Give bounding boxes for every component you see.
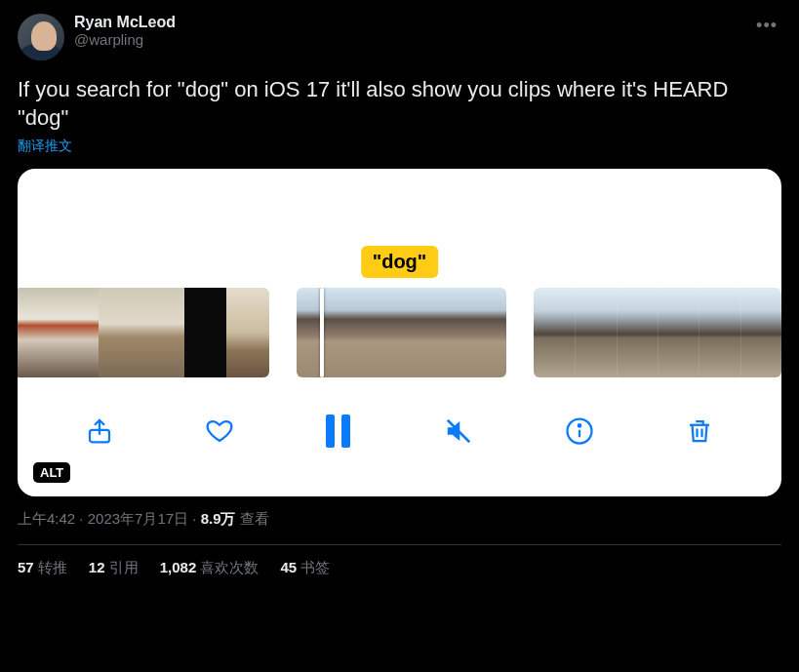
author-identity: Ryan McLeod @warpling <box>74 14 752 48</box>
search-term-pill: "dog" <box>361 246 439 278</box>
view-label: 查看 <box>236 510 269 527</box>
pause-icon[interactable] <box>326 415 353 448</box>
mute-icon[interactable] <box>444 416 473 446</box>
share-icon[interactable] <box>85 416 114 446</box>
timeline-frame <box>575 288 616 377</box>
bookmarks-stat[interactable]: 45 书签 <box>280 559 330 577</box>
timeline-frame <box>184 288 227 377</box>
timeline-frame <box>226 288 269 377</box>
attached-media[interactable]: "dog" <box>18 169 781 496</box>
timeline-frame <box>297 288 367 377</box>
retweets-stat[interactable]: 57 转推 <box>18 559 67 577</box>
trash-icon[interactable] <box>685 416 714 446</box>
video-timeline[interactable] <box>18 264 781 385</box>
author-display-name[interactable]: Ryan McLeod <box>74 14 752 31</box>
timeline-frame <box>57 288 100 377</box>
quotes-stat[interactable]: 12 引用 <box>89 559 139 577</box>
author-handle[interactable]: @warpling <box>74 31 752 48</box>
translate-link[interactable]: 翻译推文 <box>18 138 781 155</box>
timeline-frame <box>367 288 437 377</box>
svg-point-4 <box>579 424 581 427</box>
heart-icon[interactable] <box>205 416 234 446</box>
timeline-frame <box>18 288 57 377</box>
playhead[interactable] <box>320 288 324 377</box>
timeline-frame <box>740 288 781 377</box>
tweet-container: Ryan McLeod @warpling ••• If you search … <box>0 0 799 577</box>
media-toolbar <box>18 385 781 471</box>
tweet-text: If you search for "dog" on iOS 17 it'll … <box>18 76 781 132</box>
alt-badge[interactable]: ALT <box>33 462 70 483</box>
timeline-frame <box>534 288 575 377</box>
timeline-frame <box>436 288 506 377</box>
timeline-frame <box>99 288 141 377</box>
divider <box>18 544 781 545</box>
tweet-stats: 57 转推 12 引用 1,082 喜欢次数 45 书签 <box>18 559 781 577</box>
timeline-frame <box>617 288 658 377</box>
view-count: 8.9万 <box>201 510 236 527</box>
likes-stat[interactable]: 1,082 喜欢次数 <box>160 559 260 577</box>
timeline-frame <box>141 288 184 377</box>
tweet-meta: 上午4:42 · 2023年7月17日 · 8.9万 查看 <box>18 510 781 529</box>
timeline-frame <box>699 288 739 377</box>
tweet-time[interactable]: 上午4:42 <box>18 510 75 527</box>
media-header-area: "dog" <box>18 169 781 264</box>
info-icon[interactable] <box>565 416 594 446</box>
tweet-header: Ryan McLeod @warpling ••• <box>18 14 781 60</box>
clip-group-2[interactable] <box>297 288 506 377</box>
tweet-date[interactable]: 2023年7月17日 <box>88 510 188 527</box>
clip-group-1[interactable] <box>18 288 269 377</box>
timeline-frame <box>658 288 699 377</box>
more-menu-icon[interactable]: ••• <box>752 14 781 38</box>
clip-group-3[interactable] <box>534 288 781 377</box>
avatar[interactable] <box>18 14 64 60</box>
